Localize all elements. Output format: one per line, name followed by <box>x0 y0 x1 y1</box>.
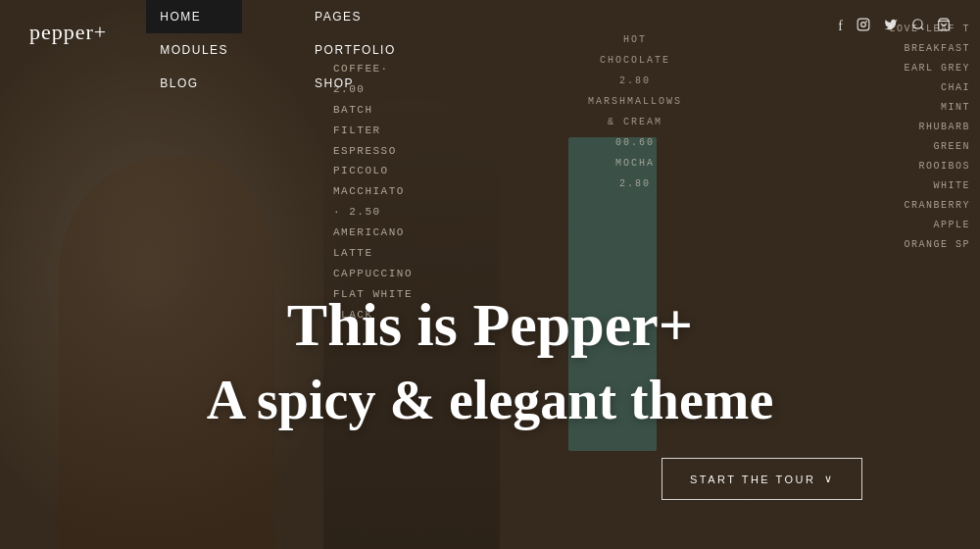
nav-home[interactable]: HOME <box>146 0 242 33</box>
search-icon[interactable] <box>911 18 925 35</box>
nav-pages[interactable]: PAGES <box>301 0 410 33</box>
facebook-link[interactable]: f <box>838 19 843 34</box>
nav-primary: HOME MODULES BLOG <box>146 0 242 100</box>
nav-modules[interactable]: MODULES <box>146 33 242 67</box>
cta-label: START THE TOUR <box>690 474 816 485</box>
hero-section: COFFEE· 2.00 BATCH FILTER ESPRESSO PICCO… <box>0 0 980 549</box>
twitter-link[interactable] <box>884 18 898 35</box>
cart-icon[interactable] <box>937 18 951 35</box>
nav-shop[interactable]: SHOP <box>301 67 410 100</box>
site-logo[interactable]: pepper+ <box>29 0 107 65</box>
nav-blog[interactable]: BLOG <box>146 67 242 100</box>
cta-arrow: ∨ <box>824 473 835 485</box>
hero-title-line2: A spicy & elegant theme <box>0 369 980 431</box>
cta-container: START THE TOUR ∨ <box>662 458 862 500</box>
svg-point-2 <box>865 21 867 23</box>
hero-title-line1: This is Pepper+ <box>0 290 980 360</box>
svg-point-1 <box>861 23 866 27</box>
instagram-link[interactable] <box>857 18 870 35</box>
nav-utility-icons <box>898 0 951 53</box>
svg-point-3 <box>913 20 922 28</box>
svg-rect-0 <box>858 19 869 30</box>
nav-secondary: PAGES PORTFOLIO SHOP <box>301 0 410 100</box>
hero-content: This is Pepper+ A spicy & elegant theme <box>0 290 980 431</box>
start-tour-button[interactable]: START THE TOUR ∨ <box>662 458 862 500</box>
svg-line-4 <box>921 27 924 30</box>
social-links: f <box>838 0 898 53</box>
main-nav: pepper+ HOME MODULES BLOG PAGES PORTFOLI… <box>0 0 980 100</box>
nav-portfolio[interactable]: PORTFOLIO <box>301 33 410 67</box>
